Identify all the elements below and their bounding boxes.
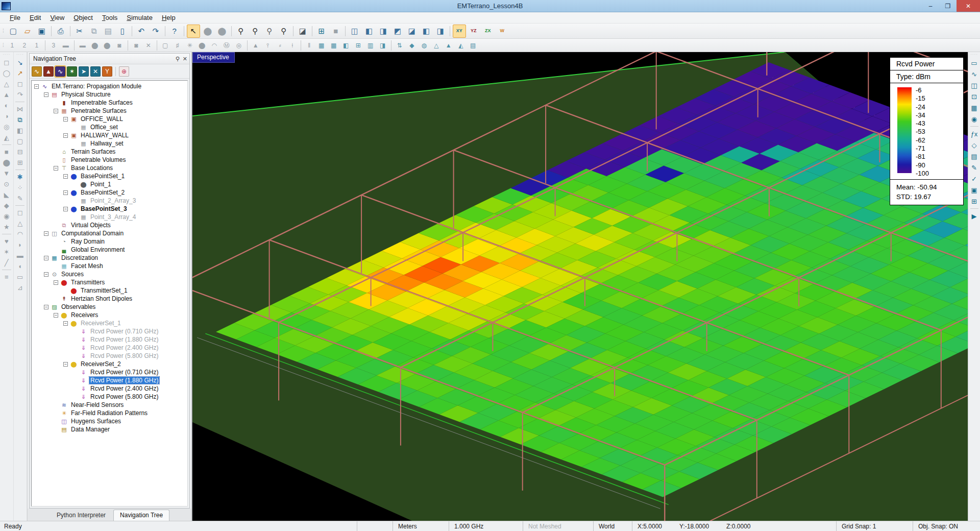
hatch-tool-button[interactable]: ♯ — [172, 40, 183, 51]
check-tool-button[interactable]: ✓ — [969, 173, 979, 184]
tree-item[interactable]: −⊤Base Locations — [33, 164, 187, 172]
dome-tool-button[interactable]: ◠ — [14, 229, 26, 239]
swap-rows-tool-button[interactable]: ⇅ — [394, 40, 405, 51]
module-turbine-button[interactable]: Y — [102, 66, 112, 77]
select-face-button[interactable]: ⬤ — [215, 25, 229, 38]
zoom-selection-button[interactable]: ⚲ — [263, 25, 276, 38]
paste-button[interactable]: ▤ — [102, 25, 115, 38]
tree-item[interactable]: −∿EM.Terrano: Propagation Module — [33, 82, 187, 90]
tree-item[interactable]: ⇓Rcvd Power (0.710 GHz) — [33, 368, 187, 376]
edit-script-tool-button[interactable]: ✎ — [969, 162, 979, 173]
domain-tool-button[interactable]: ⊡ — [969, 91, 979, 102]
half-sphere-shape-button[interactable]: ◐ — [1, 100, 12, 111]
view-cube-iso3-button[interactable]: ◨ — [377, 25, 390, 38]
measure-path-tool-button[interactable]: ⍿ — [287, 40, 298, 51]
zoom-out-button[interactable]: ⚲ — [277, 25, 290, 38]
frame2-tool-button[interactable]: ◙ — [131, 40, 142, 51]
coil-tool-button[interactable]: ∿ — [969, 68, 979, 80]
scatter-tool-button[interactable]: ⁘ — [14, 182, 26, 193]
cone-shape-button[interactable]: △ — [1, 79, 12, 89]
shell-tool-button[interactable]: ◻ — [14, 207, 26, 218]
tree-item[interactable]: ⇓Rcvd Power (2.400 GHz) — [33, 344, 187, 352]
half-grid-tool-button[interactable]: ◧ — [340, 40, 352, 51]
copy-button[interactable]: ⧉ — [87, 25, 101, 38]
tree-item[interactable]: ≋Near-Field Sensors — [33, 401, 187, 409]
view-cube-iso4-button[interactable]: ◩ — [391, 25, 404, 38]
calculator-tool-button[interactable]: ⊞ — [969, 196, 979, 207]
tab-navigation-tree[interactable]: Navigation Tree — [113, 510, 169, 521]
fx-tool-button[interactable]: ƒx — [969, 128, 979, 139]
tree-expander[interactable]: − — [54, 313, 58, 318]
context-help-button[interactable]: ? — [168, 25, 181, 38]
tree-item[interactable]: ✳Far-Field Radiation Patterns — [33, 409, 187, 417]
dot-tool-button[interactable]: ⬤ — [197, 40, 208, 51]
tree-item[interactable]: −◫Computational Domain — [33, 229, 187, 237]
tree-item[interactable]: ▮Impenetrable Surfaces — [33, 99, 187, 107]
plane-yz-button[interactable]: YZ — [467, 25, 480, 38]
print-button[interactable]: ⎙ — [54, 25, 67, 38]
tree-item[interactable]: ▦Point_2_Array_3 — [33, 197, 187, 205]
region-tool-button[interactable]: ▢ — [160, 40, 171, 51]
select-arrow-button[interactable]: ↖ — [187, 25, 200, 38]
plane-offset-tool-button[interactable]: ▬ — [77, 40, 88, 51]
point-tool-button[interactable]: ⬤ — [89, 40, 101, 51]
ellipse-shape-button[interactable]: ⊙ — [1, 179, 12, 189]
image-tool-button[interactable]: ▣ — [969, 184, 979, 196]
snap-face-tool-button[interactable]: 1 — [31, 40, 42, 51]
measure-line-tool-button[interactable]: ⸗ — [275, 40, 286, 51]
cone-up-tool-button[interactable]: △ — [431, 40, 442, 51]
revolve-tool-button[interactable]: ↷ — [14, 89, 26, 100]
tree-expander[interactable]: − — [54, 280, 58, 285]
tree-item[interactable]: ⬤Point_1 — [33, 180, 187, 188]
view-cube-iso6-button[interactable]: ◧ — [420, 25, 433, 38]
box3d-tool-button[interactable]: ◫ — [969, 80, 979, 91]
view-cube-iso7-button[interactable]: ◨ — [434, 25, 447, 38]
plane-tool-button[interactable]: ▬ — [60, 40, 71, 51]
mirror-tool-button[interactable]: ⋈ — [14, 104, 26, 114]
menu-view[interactable]: View — [45, 13, 69, 22]
open-file-button[interactable]: ▱ — [21, 25, 34, 38]
view-cube-iso1-button[interactable]: ◫ — [348, 25, 361, 38]
script-tool-button[interactable]: ▤ — [969, 151, 979, 162]
snap-edge-tool-button[interactable]: 2 — [19, 40, 30, 51]
tree-item[interactable]: ⇓Rcvd Power (1.880 GHz) — [33, 376, 187, 384]
tree-item[interactable]: −▣OFFICE_WALL — [33, 115, 187, 123]
tree-item[interactable]: −⬤ReceiverSet_1 — [33, 319, 187, 327]
subtract-tool-button[interactable]: ⊟ — [14, 147, 26, 157]
material-tool-button[interactable]: Ⓜ — [221, 40, 232, 51]
tree-item[interactable]: −▦Penetrable Surfaces — [33, 107, 187, 115]
new-file-button[interactable]: ▢ — [7, 25, 20, 38]
star-shape-button[interactable]: ★ — [1, 222, 12, 232]
menu-simulate[interactable]: Simulate — [122, 13, 157, 22]
measure-point-tool-button[interactable]: ⫯ — [262, 40, 274, 51]
plane-xy-button[interactable]: XY — [453, 25, 466, 38]
tree-expander[interactable]: − — [34, 84, 39, 89]
align-tool-button[interactable]: ◧ — [14, 125, 26, 136]
tree-item[interactable]: ▦Office_set — [33, 123, 187, 131]
tree-expander[interactable]: − — [63, 133, 68, 138]
viewport-3d[interactable]: Perspective Rcvd Power Type: dBm -6-15-2… — [192, 52, 968, 521]
tree-item[interactable]: ▦Point_3_Array_4 — [33, 213, 187, 221]
frame-tool-button[interactable]: ◙ — [114, 40, 125, 51]
delete-button[interactable]: ▯ — [116, 25, 129, 38]
tree-item[interactable]: −⬤BasePointSet_1 — [33, 172, 187, 180]
module-terrain-button[interactable]: ▲ — [43, 66, 54, 77]
menu-object[interactable]: Object — [69, 13, 97, 22]
view-cube-iso5-button[interactable]: ◪ — [405, 25, 419, 38]
burst-tool-button[interactable]: ✳ — [184, 40, 195, 51]
line-shape-button[interactable]: ╱ — [1, 257, 12, 268]
snap-grid-tool-button[interactable]: 3 — [48, 40, 59, 51]
torus-shape-button[interactable]: ◎ — [1, 122, 12, 132]
triangle-shape-button[interactable]: ◣ — [1, 189, 12, 200]
media-tool-button[interactable]: ◉ — [969, 113, 979, 125]
rows-tool-button[interactable]: ▥ — [365, 40, 376, 51]
tree-item[interactable]: ◔Ray Domain — [33, 237, 187, 246]
module-terrano-button[interactable]: ∿ — [55, 66, 65, 77]
ring-tool-button[interactable]: ◎ — [233, 40, 244, 51]
pin-icon[interactable]: ⚲ — [176, 56, 180, 62]
grid-plus-tool-button[interactable]: ⊞ — [353, 40, 364, 51]
tree-item[interactable]: ▦Facet Mesh — [33, 262, 187, 270]
union-tool-button[interactable]: ⊞ — [14, 157, 26, 168]
tree-item[interactable]: −⬤ReceiverSet_2 — [33, 360, 187, 368]
measure-gap-tool-button[interactable]: ‖ — [304, 40, 315, 51]
